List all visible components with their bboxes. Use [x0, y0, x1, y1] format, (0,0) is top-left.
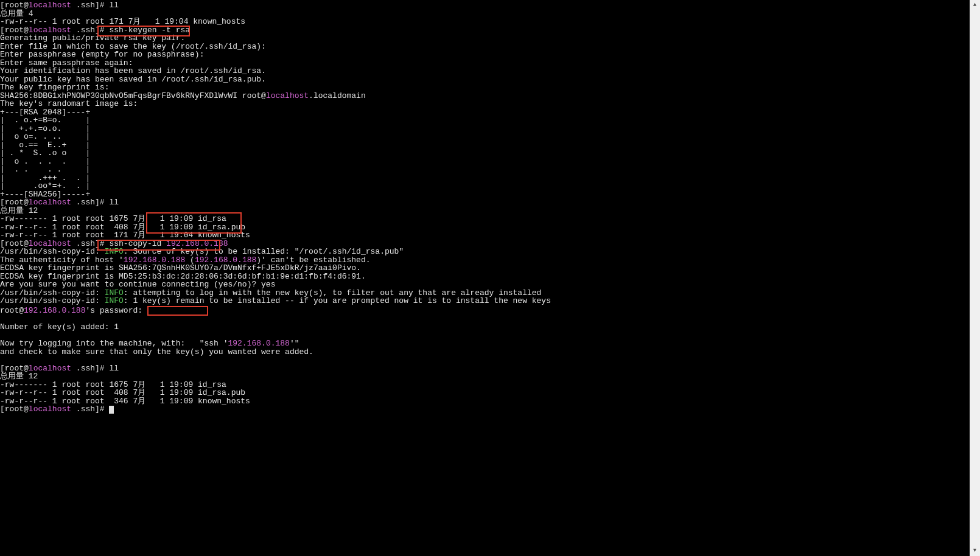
scrollbar-up-button[interactable]: ▲ — [970, 0, 980, 10]
cmd-ll: ll — [109, 1, 119, 10]
prompt: [root@localhost .ssh]# — [0, 405, 109, 414]
terminal-screen: [root@localhost .ssh]# ll 总用量 4 -rw-r--r… — [0, 0, 980, 556]
cmd-ll: ll — [109, 364, 119, 373]
copyid-line: and check to make sure that only the key… — [0, 347, 313, 356]
copyid-password-line: root@192.168.0.188's password: — [0, 306, 208, 315]
copyid-line: Number of key(s) added: 1 — [0, 322, 119, 332]
highlight-box-password — [147, 306, 208, 316]
copyid-line: /usr/bin/ssh-copy-id: INFO: 1 key(s) rem… — [0, 296, 551, 305]
terminal-output[interactable]: [root@localhost .ssh]# ll 总用量 4 -rw-r--r… — [0, 1, 551, 414]
scrollbar-down-button[interactable]: ▼ — [970, 546, 980, 556]
scrollbar[interactable]: ▲ ▼ — [970, 0, 980, 556]
chevron-down-icon: ▼ — [973, 547, 976, 554]
chevron-up-icon: ▲ — [973, 2, 976, 8]
cursor-block — [109, 406, 114, 414]
cmd-ll: ll — [109, 198, 119, 207]
